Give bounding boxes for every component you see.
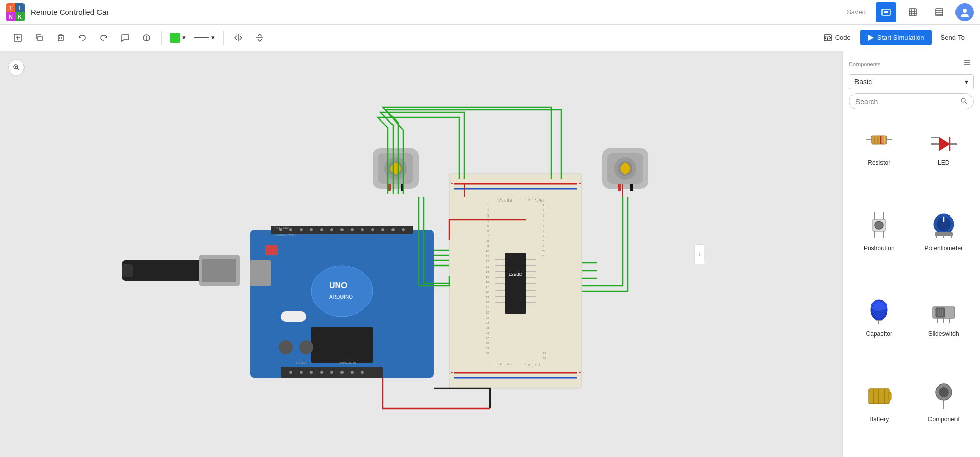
svg-point-187: [961, 98, 965, 102]
svg-text:25: 25: [486, 326, 489, 329]
potentiometer-icon: [927, 209, 960, 242]
svg-text:11: 11: [541, 255, 545, 258]
comment-button[interactable]: [115, 28, 135, 47]
svg-text:L293D: L293D: [509, 272, 523, 277]
svg-text:+: +: [579, 370, 581, 375]
svg-text:-: -: [451, 375, 452, 380]
svg-text:j: j: [538, 363, 540, 366]
svg-point-21: [146, 36, 147, 36]
category-value: Basic: [854, 78, 872, 86]
svg-rect-229: [888, 392, 891, 400]
svg-point-216: [871, 301, 887, 311]
component-capacitor[interactable]: Capacitor: [849, 291, 910, 368]
pcb-view-btn[interactable]: [929, 2, 949, 22]
svg-text:16: 16: [486, 280, 489, 283]
slideswitch-icon: [927, 295, 960, 327]
line-dropdown-arrow: ▾: [211, 34, 215, 41]
motor-left[interactable]: [373, 148, 419, 191]
canvas-area[interactable]: UNO ARDUINO: [0, 51, 842, 457]
svg-point-44: [289, 228, 292, 231]
component-battery[interactable]: Battery: [849, 376, 910, 453]
copy-button[interactable]: [30, 28, 49, 47]
svg-rect-38: [265, 245, 278, 255]
dropdown-arrow: ▾: [965, 78, 968, 86]
led-label: LED: [938, 159, 949, 166]
circuit-view-btn[interactable]: [876, 2, 896, 22]
component-potentiometer[interactable]: Potentiometer: [914, 205, 974, 282]
breadboard[interactable]: + - + - + - + - a b c d e f g h i j: [449, 174, 582, 388]
note-button[interactable]: [137, 28, 156, 47]
svg-text:21: 21: [486, 306, 489, 309]
panel-collapse-button[interactable]: ›: [694, 244, 704, 264]
svg-point-60: [320, 371, 323, 374]
schematic-view-btn[interactable]: [902, 2, 923, 22]
svg-text:h: h: [532, 363, 533, 366]
svg-text:19: 19: [486, 296, 489, 299]
capacitor-icon: [863, 295, 895, 327]
svg-point-59: [310, 371, 313, 374]
send-to-button[interactable]: Send To: [934, 30, 972, 45]
slideswitch-label: Slideswitch: [928, 330, 959, 338]
flip-v-button[interactable]: [250, 28, 270, 47]
svg-text:i: i: [535, 363, 536, 366]
svg-point-53: [381, 228, 384, 231]
component-generic[interactable]: Component: [914, 376, 974, 453]
svg-text:29: 29: [543, 352, 546, 355]
line-style-button[interactable]: ▾: [191, 32, 218, 43]
svg-point-39: [311, 266, 373, 317]
simulate-button[interactable]: Start Simulation: [860, 30, 932, 45]
code-label: Code: [835, 34, 851, 41]
app-title: Remote Controlled Car: [31, 8, 841, 16]
svg-text:ARDUINO: ARDUINO: [329, 294, 353, 300]
component-slideswitch[interactable]: Slideswitch: [914, 291, 974, 368]
svg-text:-: -: [451, 186, 452, 191]
code-button[interactable]: Code: [817, 30, 858, 46]
svg-text:12: 12: [486, 260, 489, 263]
potentiometer-label: Potentiometer: [924, 245, 963, 252]
color-picker-button[interactable]: ▾: [167, 31, 189, 45]
component-led[interactable]: LED: [914, 119, 974, 197]
redo-button[interactable]: [94, 28, 113, 47]
user-avatar[interactable]: [955, 3, 974, 21]
send-to-label: Send To: [941, 34, 965, 41]
topbar: T I N K Remote Controlled Car Saved: [0, 0, 980, 25]
search-input[interactable]: [855, 98, 956, 106]
component-resistor[interactable]: Resistor: [849, 119, 910, 197]
svg-line-188: [965, 102, 967, 104]
svg-text:UNO: UNO: [329, 281, 348, 290]
category-dropdown[interactable]: Basic ▾: [849, 74, 974, 89]
logo-t: T: [6, 3, 15, 12]
undo-button[interactable]: [72, 28, 92, 47]
svg-rect-34: [202, 259, 236, 282]
delete-button[interactable]: [51, 28, 70, 47]
battery-label: Battery: [869, 416, 889, 423]
color-dropdown-arrow: ▾: [182, 34, 186, 41]
logo-n: N: [6, 12, 15, 21]
svg-text:17: 17: [486, 285, 489, 288]
svg-text:23: 23: [486, 316, 489, 319]
svg-text:c: c: [504, 198, 505, 201]
flip-h-button[interactable]: [229, 28, 248, 47]
panel-label: Components: [849, 61, 880, 67]
svg-marker-26: [868, 35, 874, 41]
svg-text:22: 22: [486, 311, 489, 314]
svg-point-54: [391, 228, 395, 231]
list-view-toggle[interactable]: [961, 56, 974, 72]
svg-text:28: 28: [486, 342, 489, 345]
svg-line-25: [827, 36, 828, 40]
svg-rect-2: [909, 9, 916, 16]
svg-marker-198: [939, 137, 950, 151]
svg-rect-35: [122, 264, 133, 277]
new-button[interactable]: [8, 28, 28, 47]
component-pushbutton[interactable]: Pushbutton: [849, 205, 910, 282]
svg-point-46: [310, 228, 313, 231]
arduino-uno[interactable]: UNO ARDUINO: [250, 226, 434, 378]
svg-point-63: [351, 371, 354, 374]
motor-right[interactable]: [602, 148, 648, 191]
svg-point-61: [330, 371, 333, 374]
svg-text:d: d: [507, 198, 509, 201]
svg-text:27: 27: [486, 336, 489, 340]
svg-text:-: -: [579, 375, 580, 380]
svg-point-50: [351, 228, 354, 231]
svg-text:24: 24: [486, 321, 489, 324]
